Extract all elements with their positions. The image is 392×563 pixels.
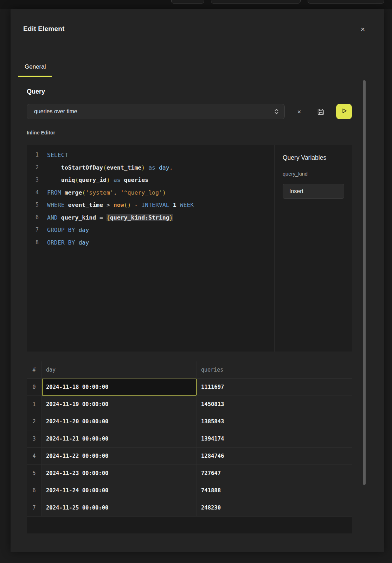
table-row: 42024-11-22 00:00:001284746 (27, 447, 352, 464)
queries-cell[interactable]: 1284746 (197, 448, 352, 464)
row-index-cell: 3 (27, 430, 42, 447)
day-cell[interactable]: 2024-11-21 00:00:00 (42, 430, 197, 447)
results-rows: 02024-11-18 00:00:00111169712024-11-19 0… (27, 378, 352, 516)
save-icon[interactable] (314, 105, 328, 119)
table-header-row: # day queries (27, 361, 352, 378)
code-line: toStartOfDay(event_time) as day, (47, 162, 194, 174)
code-line: GROUP BY day (47, 224, 194, 236)
day-cell[interactable]: 2024-11-19 00:00:00 (42, 396, 197, 413)
row-index-cell: 1 (27, 396, 42, 413)
code-gutter: 12345678 (27, 149, 39, 352)
table-row: 12024-11-19 00:00:001450813 (27, 396, 352, 413)
variable-name-label: query_kind (283, 171, 352, 177)
row-index-cell: 5 (27, 465, 42, 482)
line-number: 3 (27, 174, 39, 186)
query-variables-heading: Query Variables (283, 154, 352, 162)
row-index-cell: 7 (27, 499, 42, 516)
modal-content: Query queries over time × (11, 88, 384, 533)
top-toolbar (0, 0, 392, 9)
table-row: 52024-11-23 00:00:00727647 (27, 464, 352, 482)
saved-query-select-value: queries over time (34, 108, 274, 115)
day-cell[interactable]: 2024-11-23 00:00:00 (42, 465, 197, 482)
code-line: SELECT (47, 149, 194, 162)
modal-scrollbar[interactable] (363, 80, 366, 485)
chevron-up-down-icon (274, 108, 279, 115)
line-number: 2 (27, 162, 39, 174)
query-select-row: queries over time × (27, 104, 352, 119)
code-line: FROM merge('system', '^query_log') (47, 186, 194, 199)
query-section-heading: Query (27, 88, 352, 95)
insert-variable-button[interactable]: Insert (283, 184, 344, 199)
code-line: WHERE event_time > now() - INTERVAL 1 WE… (47, 199, 194, 211)
day-cell[interactable]: 2024-11-22 00:00:00 (42, 448, 197, 464)
modal-header: Edit Element × (11, 9, 384, 49)
sql-editor[interactable]: 12345678 SELECT toStartOfDay(event_time)… (27, 145, 274, 352)
inline-editor-label: Inline Editor (27, 130, 352, 135)
editor-area: 12345678 SELECT toStartOfDay(event_time)… (27, 145, 352, 352)
queries-cell[interactable]: 1394174 (197, 430, 352, 447)
day-cell[interactable]: 2024-11-25 00:00:00 (42, 499, 197, 516)
queries-cell[interactable]: 1385843 (197, 413, 352, 430)
queries-cell[interactable]: 741888 (197, 482, 352, 499)
row-index-cell: 0 (27, 379, 42, 396)
day-cell[interactable]: 2024-11-24 00:00:00 (42, 482, 197, 499)
col-header-queries: queries (197, 361, 352, 378)
queries-cell[interactable]: 1450813 (197, 396, 352, 413)
table-row: 32024-11-21 00:00:001394174 (27, 430, 352, 447)
col-header-day: day (42, 361, 197, 378)
code-lines: SELECT toStartOfDay(event_time) as day, … (39, 149, 194, 352)
queries-cell[interactable]: 1111697 (197, 379, 352, 396)
app-viewport: Edit Element × General Query queries ove… (0, 0, 392, 563)
code-line: uniq(query_id) as queries (47, 174, 194, 186)
top-toolbar-item (211, 0, 301, 4)
table-row: 72024-11-25 00:00:00248230 (27, 499, 352, 516)
tab-general[interactable]: General (18, 63, 52, 77)
top-toolbar-item (171, 0, 204, 4)
line-number: 6 (27, 211, 39, 224)
table-row: 62024-11-24 00:00:00741888 (27, 482, 352, 499)
line-number: 8 (27, 236, 39, 249)
line-number: 5 (27, 199, 39, 211)
row-index-cell: 4 (27, 448, 42, 464)
close-icon[interactable]: × (358, 24, 367, 33)
results-table: # day queries 02024-11-18 00:00:00111169… (27, 361, 352, 533)
col-header-index: # (27, 361, 42, 378)
row-index-cell: 2 (27, 413, 42, 430)
queries-cell[interactable]: 248230 (197, 499, 352, 516)
clear-query-icon[interactable]: × (294, 106, 304, 117)
play-icon (341, 107, 348, 116)
code-line: ORDER BY day (47, 236, 194, 249)
modal-title: Edit Element (23, 25, 64, 33)
line-number: 7 (27, 224, 39, 236)
edit-element-modal: Edit Element × General Query queries ove… (11, 9, 384, 552)
table-row: 22024-11-20 00:00:001385843 (27, 413, 352, 430)
code-line: AND query_kind = {query_kind:String} (47, 211, 194, 224)
table-footer-strip (27, 516, 352, 533)
day-cell[interactable]: 2024-11-20 00:00:00 (42, 413, 197, 430)
line-number: 4 (27, 186, 39, 199)
top-toolbar-item (308, 0, 384, 4)
queries-cell[interactable]: 727647 (197, 465, 352, 482)
line-number: 1 (27, 149, 39, 162)
run-query-button[interactable] (336, 104, 352, 119)
table-row: 02024-11-18 00:00:001111697 (27, 378, 352, 396)
tab-bar: General (11, 49, 384, 77)
row-index-cell: 6 (27, 482, 42, 499)
query-variables-panel: Query Variables query_kind Insert (274, 145, 352, 352)
day-cell[interactable]: 2024-11-18 00:00:00 (42, 379, 197, 396)
saved-query-select[interactable]: queries over time (27, 104, 285, 119)
